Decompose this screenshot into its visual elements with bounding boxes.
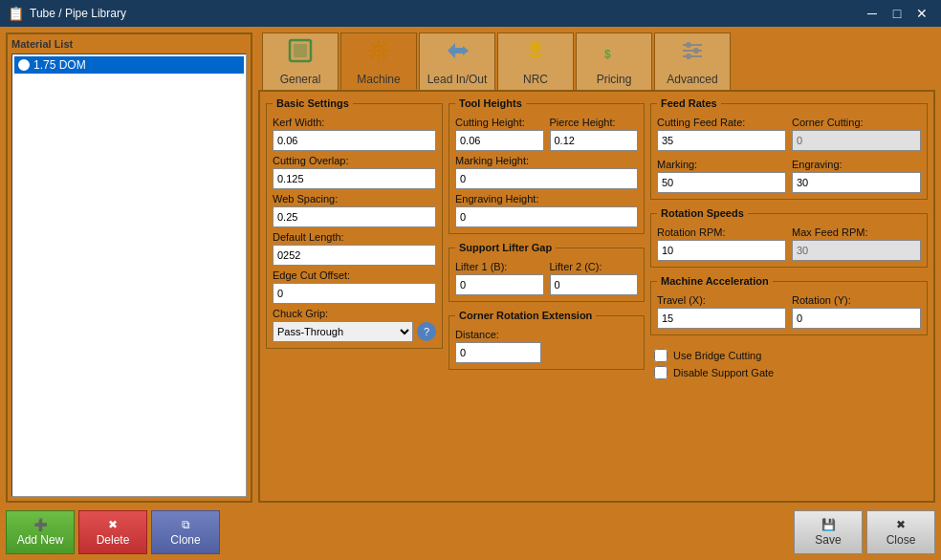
- tab-leadinout[interactable]: Lead In/Out: [419, 32, 495, 90]
- rotation-y-input[interactable]: [792, 308, 921, 329]
- engraving-feed-group: Engraving:: [792, 159, 921, 193]
- lifter2-input[interactable]: [550, 274, 639, 295]
- close-button[interactable]: ✖ Close: [866, 510, 935, 554]
- rotation-speeds-fieldset: Rotation Speeds Rotation RPM: Max Feed R…: [650, 207, 928, 268]
- list-item[interactable]: 1.75 DOM: [14, 56, 244, 74]
- cutting-height-input[interactable]: [455, 130, 544, 151]
- default-length-input[interactable]: [273, 245, 436, 266]
- feed-column: Feed Rates Cutting Feed Rate: Corner Cut…: [650, 97, 928, 495]
- tab-nrc-label: NRC: [523, 73, 548, 86]
- leadinout-icon: [444, 37, 470, 69]
- delete-label: Delete: [97, 533, 130, 547]
- material-list-label: Material List: [11, 38, 247, 50]
- svg-text:$: $: [604, 48, 611, 61]
- save-icon: 💾: [821, 518, 836, 531]
- marking-height-input[interactable]: [455, 168, 638, 189]
- cutting-height-group: Cutting Height:: [455, 117, 544, 151]
- rotation-rpm-input[interactable]: [657, 240, 786, 261]
- left-panel: Material List 1.75 DOM: [6, 32, 252, 503]
- chuck-grip-select[interactable]: Pass-Through Fixed Rotating: [273, 321, 413, 342]
- svg-point-12: [530, 41, 541, 53]
- corner-cutting-input[interactable]: [792, 130, 921, 151]
- use-bridge-cutting-checkbox[interactable]: [654, 349, 667, 362]
- marking-height-group: Marking Height:: [455, 155, 638, 189]
- minimize-button[interactable]: ─: [861, 4, 884, 23]
- engraving-feed-label: Engraving:: [792, 159, 921, 170]
- kerf-width-input[interactable]: [273, 130, 436, 151]
- chuck-help-button[interactable]: ?: [417, 322, 436, 341]
- corner-cutting-group: Corner Cutting:: [792, 117, 921, 151]
- default-length-group: Default Length:: [273, 231, 436, 266]
- radio-indicator: [18, 59, 30, 71]
- tab-machine-label: Machine: [357, 73, 400, 86]
- svg-point-18: [693, 48, 699, 54]
- tab-general[interactable]: General: [262, 32, 339, 90]
- advanced-icon: [679, 37, 706, 69]
- engraving-height-input[interactable]: [455, 206, 638, 227]
- window-controls[interactable]: ─ □ ✕: [861, 4, 933, 23]
- lifter1-group: Lifter 1 (B):: [455, 261, 544, 295]
- machine-acceleration-fieldset: Machine Acceleration Travel (X): Rotatio…: [650, 275, 928, 335]
- cutting-overlap-group: Cutting Overlap:: [273, 155, 436, 189]
- window-title: Tube / Pipe Library: [30, 7, 126, 20]
- distance-input[interactable]: [455, 342, 541, 363]
- rotation-y-group: Rotation (Y):: [792, 294, 921, 329]
- travel-x-input[interactable]: [657, 308, 786, 329]
- kerf-width-label: Kerf Width:: [273, 117, 436, 128]
- clone-icon: ⧉: [182, 518, 190, 531]
- engraving-feed-input[interactable]: [792, 172, 921, 193]
- chuck-grip-group: Chuck Grip: Pass-Through Fixed Rotating …: [273, 308, 436, 342]
- cutting-feed-rate-label: Cutting Feed Rate:: [657, 117, 786, 128]
- close-window-button[interactable]: ✕: [910, 4, 933, 23]
- pricing-icon: $: [601, 37, 627, 69]
- pierce-height-input[interactable]: [550, 130, 639, 151]
- max-feed-rpm-input[interactable]: [792, 240, 921, 261]
- basic-settings-fieldset: Basic Settings Kerf Width: Cutting Overl…: [266, 97, 443, 349]
- tab-nrc[interactable]: NRC: [497, 32, 574, 90]
- max-feed-rpm-label: Max Feed RPM:: [792, 226, 921, 238]
- rotation-y-label: Rotation (Y):: [792, 294, 921, 306]
- delete-button[interactable]: ✖ Delete: [78, 510, 147, 554]
- tool-heights-fieldset: Tool Heights Cutting Height: Pierce Heig…: [449, 97, 645, 234]
- web-spacing-input[interactable]: [273, 206, 436, 227]
- general-icon: [287, 37, 314, 69]
- save-button[interactable]: 💾 Save: [794, 510, 863, 554]
- feed-rates-fieldset: Feed Rates Cutting Feed Rate: Corner Cut…: [650, 97, 928, 200]
- svg-line-8: [372, 43, 375, 46]
- tool-heights-column: Tool Heights Cutting Height: Pierce Heig…: [449, 97, 645, 495]
- use-bridge-cutting-label: Use Bridge Cutting: [673, 350, 761, 361]
- clone-button[interactable]: ⧉ Clone: [151, 510, 220, 554]
- edge-cut-offset-input[interactable]: [273, 283, 436, 304]
- tab-content: Basic Settings Kerf Width: Cutting Overl…: [258, 90, 935, 503]
- material-name: 1.75 DOM: [33, 58, 86, 72]
- tab-bar: General: [258, 32, 935, 90]
- tab-general-label: General: [280, 73, 321, 86]
- cutting-height-label: Cutting Height:: [455, 117, 544, 128]
- tab-machine[interactable]: Machine: [340, 32, 417, 90]
- lifter1-input[interactable]: [455, 274, 544, 295]
- save-label: Save: [815, 533, 841, 547]
- kerf-width-group: Kerf Width:: [273, 117, 436, 151]
- material-list-box[interactable]: 1.75 DOM: [11, 54, 247, 497]
- close-label: Close: [886, 533, 916, 547]
- maximize-button[interactable]: □: [886, 4, 908, 23]
- disable-support-gate-label: Disable Support Gate: [673, 367, 774, 378]
- tool-heights-legend: Tool Heights: [455, 97, 526, 109]
- chuck-grip-label: Chuck Grip:: [273, 308, 436, 319]
- rotation-rpm-group: Rotation RPM:: [657, 226, 786, 261]
- marking-feed-input[interactable]: [657, 172, 786, 193]
- disable-support-gate-checkbox[interactable]: [654, 366, 667, 379]
- svg-line-11: [372, 54, 375, 57]
- distance-group: Distance:: [455, 329, 638, 363]
- cutting-overlap-input[interactable]: [273, 168, 436, 189]
- max-feed-rpm-group: Max Feed RPM:: [792, 226, 921, 261]
- machine-acceleration-legend: Machine Acceleration: [657, 275, 773, 287]
- add-new-label: Add New: [17, 533, 64, 547]
- add-new-button[interactable]: ➕ Add New: [6, 510, 75, 554]
- tab-leadinout-label: Lead In/Out: [427, 73, 488, 86]
- cutting-feed-rate-input[interactable]: [657, 130, 786, 151]
- add-new-icon: ➕: [33, 518, 48, 531]
- bottom-bar: ➕ Add New ✖ Delete ⧉ Clone 💾 Save ✖ Clos…: [6, 506, 935, 554]
- tab-advanced[interactable]: Advanced: [654, 32, 731, 90]
- tab-pricing[interactable]: $ Pricing: [576, 32, 652, 90]
